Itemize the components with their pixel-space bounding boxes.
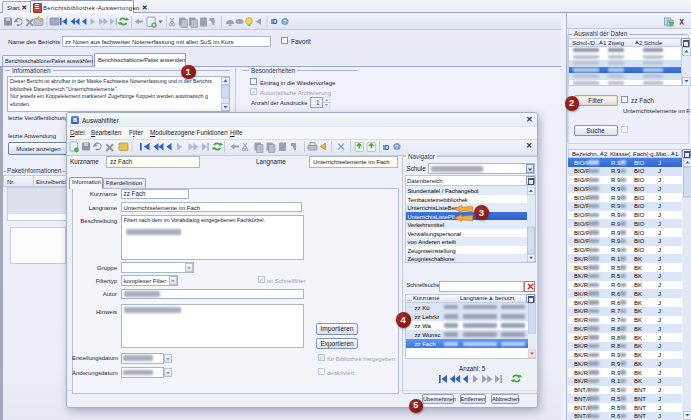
svg-text:ID: ID bbox=[383, 144, 390, 151]
svg-text:ID: ID bbox=[271, 18, 278, 25]
